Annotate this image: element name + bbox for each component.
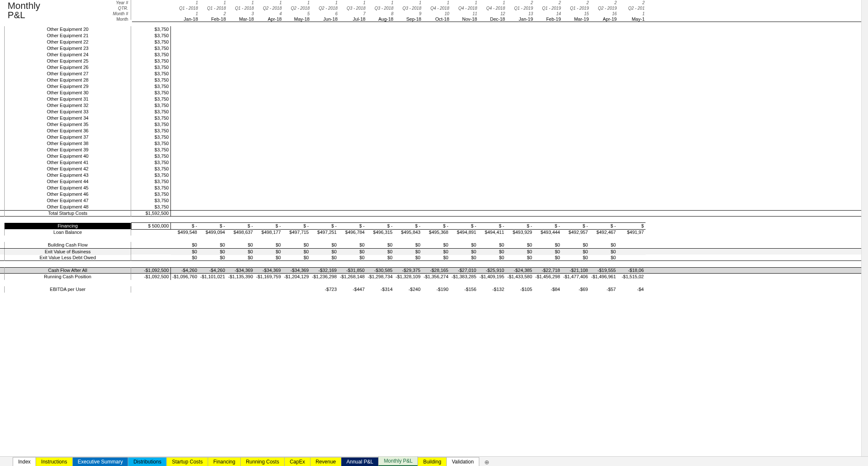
row-label: Other Equipment 37 xyxy=(5,134,131,140)
header-cell: 15 xyxy=(563,11,591,16)
data-cell: $0 xyxy=(562,255,590,261)
amount-cell: $3,750 xyxy=(131,64,171,71)
header-cell: 1 xyxy=(395,0,423,5)
header-cell: Feb-18 xyxy=(200,16,228,22)
header-cell: Sep-18 xyxy=(395,16,423,22)
data-cell: -$34,369 xyxy=(283,267,310,274)
data-cell xyxy=(199,286,227,293)
data-cell: -$1,101,021 xyxy=(199,274,227,280)
row-label: Other Equipment 46 xyxy=(5,191,131,197)
header-cell: 2 xyxy=(591,0,618,5)
header-cell: Oct-18 xyxy=(423,16,451,22)
sheet-tab-index[interactable]: Index xyxy=(13,457,36,466)
sheet-tab-instructions[interactable]: Instructions xyxy=(36,457,72,466)
data-cell: $0 xyxy=(450,255,478,261)
sheet-tab-monthly-p-l[interactable]: Monthly P&L xyxy=(378,456,418,466)
data-cell xyxy=(283,286,310,293)
equipment-row: Other Equipment 41$3,750 xyxy=(0,159,868,166)
amount-cell: $3,750 xyxy=(131,204,171,210)
equipment-row: Other Equipment 23$3,750 xyxy=(0,45,868,52)
data-cell: $ - xyxy=(199,222,227,230)
frozen-pane: Monthly P&L Year # QTR. Month # Month xyxy=(4,0,131,20)
row-label: Other Equipment 27 xyxy=(5,71,131,77)
row-label: Loan Balance xyxy=(5,229,131,236)
sheet-tab-capex[interactable]: CapEx xyxy=(284,457,310,466)
header-cell: Q1 - 2019 xyxy=(535,5,563,11)
data-cell: $496,315 xyxy=(366,229,394,236)
header-cell: 13 xyxy=(507,11,535,16)
amount-cell: $3,750 xyxy=(131,77,171,83)
row-label: Total Startup Costs xyxy=(5,210,131,217)
equipment-row: Other Equipment 32$3,750 xyxy=(0,102,868,109)
header-cell: Q2 - 2018 xyxy=(255,5,283,11)
header-cell: 2 xyxy=(535,0,563,5)
amount-cell: $3,750 xyxy=(131,90,171,96)
header-cell: 1 xyxy=(172,11,200,16)
data-cell: $ - xyxy=(283,222,310,230)
row-label: Building Cash Flow xyxy=(5,242,131,248)
data-cell: $0 xyxy=(171,255,199,261)
new-sheet-button[interactable]: ⊕ xyxy=(482,458,492,466)
data-cell: $0 xyxy=(478,242,506,248)
equipment-row: Other Equipment 39$3,750 xyxy=(0,147,868,153)
header-cell: Q3 - 2018 xyxy=(395,5,423,11)
data-cell: $ - xyxy=(590,222,618,230)
data-cell xyxy=(618,242,646,248)
data-cell: -$1,328,109 xyxy=(394,274,422,280)
data-cell: $491,97 xyxy=(618,229,646,236)
row-label: Other Equipment 44 xyxy=(5,178,131,185)
header-cell: 1 xyxy=(367,0,395,5)
sheet-tab-financing[interactable]: Financing xyxy=(208,457,241,466)
data-cell: -$1,236,298 xyxy=(310,274,338,280)
row-label: Other Equipment 47 xyxy=(5,197,131,204)
equipment-row: Other Equipment 40$3,750 xyxy=(0,153,868,159)
data-cell: -$32,169 xyxy=(310,267,338,274)
row-label: Other Equipment 28 xyxy=(5,77,131,83)
row-label: Other Equipment 42 xyxy=(5,166,131,172)
equipment-row: Other Equipment 22$3,750 xyxy=(0,39,868,45)
equipment-row: Other Equipment 47$3,750 xyxy=(0,197,868,204)
data-cell: -$1,409,195 xyxy=(478,274,506,280)
sheet-tab-executive-summary[interactable]: Executive Summary xyxy=(72,457,129,466)
data-cell: $0 xyxy=(338,255,366,261)
amount-cell: $3,750 xyxy=(131,153,171,159)
equipment-row: Other Equipment 31$3,750 xyxy=(0,96,868,102)
data-cell: -$31,850 xyxy=(338,267,366,274)
sheet-tab-distributions[interactable]: Distributions xyxy=(128,457,167,466)
data-cell: $0 xyxy=(171,249,199,255)
header-cell: 1 xyxy=(339,0,367,5)
data-cell: -$4 xyxy=(618,286,646,293)
data-cell: -$1,477,406 xyxy=(562,274,590,280)
header-cell: 16 xyxy=(591,11,618,16)
running-cash-position-row: Running Cash Position-$1,092,500-$1,096,… xyxy=(0,274,868,280)
ebitda-per-user-row: EBITDA per User-$723-$447-$314-$240-$190… xyxy=(0,286,868,293)
sheet-tab-startup-costs[interactable]: Startup Costs xyxy=(166,457,208,466)
data-cell: -$723 xyxy=(310,286,338,293)
data-cell: $0 xyxy=(366,249,394,255)
amount-cell: $3,750 xyxy=(131,140,171,147)
row-label: Other Equipment 24 xyxy=(5,52,131,58)
data-cell: -$18,06 xyxy=(618,267,646,274)
amount-cell: $3,750 xyxy=(131,128,171,134)
header-cell: Q1 - 2019 xyxy=(563,5,591,11)
sheet-tab-running-costs[interactable]: Running Costs xyxy=(240,457,285,466)
equipment-row: Other Equipment 34$3,750 xyxy=(0,115,868,121)
amount-cell: $3,750 xyxy=(131,185,171,191)
vertical-scrollbar[interactable] xyxy=(861,0,868,456)
sheet-tab-annual-p-l[interactable]: Annual P&L xyxy=(341,457,379,466)
spreadsheet-grid[interactable]: Monthly P&L Year # QTR. Month # Month 11… xyxy=(0,0,868,456)
data-cell: $0 xyxy=(478,255,506,261)
data-cell: $0 xyxy=(534,255,562,261)
header-cell: 5 xyxy=(283,11,311,16)
header-cell: 7 xyxy=(339,11,367,16)
data-cell: $0 xyxy=(227,242,255,248)
sheet-tab-revenue[interactable]: Revenue xyxy=(310,457,341,466)
header-cell: 1 xyxy=(618,11,646,16)
sheet-tab-validation[interactable]: Validation xyxy=(446,457,479,466)
data-cell: -$447 xyxy=(338,286,366,293)
header-cell: Q1 - 2018 xyxy=(172,5,200,11)
amount-cell: $1,592,500 xyxy=(131,210,171,217)
sheet-tab-building[interactable]: Building xyxy=(418,457,447,466)
row-label: Other Equipment 31 xyxy=(5,96,131,102)
row-label: Other Equipment 23 xyxy=(5,45,131,52)
